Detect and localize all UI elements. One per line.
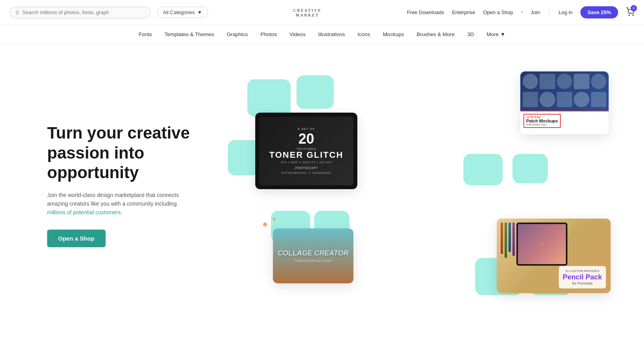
toner-number: 20 [298, 131, 314, 147]
toner-glitch-card[interactable]: A SET OF 20 TEXTURES TONER GLITCH JPG | … [255, 113, 357, 189]
site-logo[interactable]: Creative MARKET [293, 8, 322, 17]
chevron-down-icon: ▼ [500, 31, 505, 37]
search-bar: ⚲ [9, 7, 151, 18]
patch-subtitle: Embroidery Gen... [526, 123, 558, 126]
svg-point-1 [633, 15, 633, 15]
collage-creator-card[interactable]: COLLAGE CREATOR PHOTOSHOP ACTIONS [273, 228, 353, 283]
category-dropdown[interactable]: All Categories ▼ [157, 7, 208, 18]
category-label: All Categories [163, 9, 195, 15]
nav-graphics[interactable]: Graphics [227, 31, 248, 37]
dot-separator: • [521, 9, 523, 15]
decoration-blob-7 [512, 154, 548, 183]
hero-left: Turn your creative passion into opportun… [47, 123, 228, 247]
decoration-blob-2 [296, 75, 334, 109]
search-input[interactable] [22, 9, 109, 15]
search-icon: ⚲ [15, 9, 19, 16]
hero-section: Turn your creative passion into opportun… [0, 44, 644, 319]
toner-title: TONER GLITCH [269, 151, 344, 159]
main-nav: Fonts Templates & Themes Graphics Photos… [0, 25, 644, 44]
pencil-title: Pencil Pack [563, 274, 602, 281]
save-button[interactable]: Save 25% [580, 6, 618, 18]
enterprise-link[interactable]: Enterprise [452, 9, 475, 15]
header-right: Free Downloads Enterprise Open a Shop • … [407, 6, 635, 18]
nav-photos[interactable]: Photos [260, 31, 277, 37]
collage-sub: PHOTOSHOP ACTIONS [295, 259, 331, 262]
nav-templates-themes[interactable]: Templates & Themes [165, 31, 214, 37]
nav-icons[interactable]: Icons [358, 31, 370, 37]
decoration-blob-1 [247, 79, 291, 117]
nav-mockups[interactable]: Mockups [383, 31, 404, 37]
toner-sub: PHOTOCOPY [295, 166, 317, 170]
cart-icon[interactable]: 0 [626, 7, 635, 17]
toner-style: EXPERIMENTAL ✕ HANDMADE [282, 171, 331, 175]
nav-fonts[interactable]: Fonts [139, 31, 152, 37]
nav-brushes-more[interactable]: Brushes & More [417, 31, 455, 37]
collage-title: COLLAGE CREATOR [278, 250, 348, 257]
pencil-pack-card[interactable]: 🎨 31 CUSTOM BRUSHES Pencil Pack for Proc… [497, 219, 611, 293]
hero-link[interactable]: millions of potential customers [47, 209, 121, 215]
nav-videos[interactable]: Videos [289, 31, 306, 37]
free-downloads-link[interactable]: Free Downloads [407, 9, 444, 15]
svg-point-0 [629, 15, 629, 15]
pipe-separator: | [549, 9, 550, 15]
logo-wrap: Creative MARKET [214, 8, 401, 17]
hero-subtitle: Join the world-class design marketplace … [47, 191, 196, 217]
toner-card-inner: A SET OF 20 TEXTURES TONER GLITCH JPG | … [259, 117, 353, 185]
nav-illustrations[interactable]: Illustrations [318, 31, 345, 37]
login-link[interactable]: Log in [559, 9, 573, 15]
pencil-count: 31 CUSTOM BRUSHES [563, 269, 602, 273]
toner-set-text: A SET OF [298, 127, 315, 131]
decoration-blob-6 [463, 154, 503, 185]
hero-right: A SET OF 20 TEXTURES TONER GLITCH JPG | … [228, 67, 613, 303]
decoration-blob-3 [228, 140, 259, 175]
patch-title: Patch Mockups [526, 119, 558, 123]
open-shop-link[interactable]: Open a Shop [483, 9, 513, 15]
orange-dot-1 [263, 223, 267, 226]
nav-3d[interactable]: 3D [467, 31, 474, 37]
open-shop-button[interactable]: Open a Shop [47, 230, 106, 247]
orange-dot-2 [273, 218, 276, 221]
hero-title: Turn your creative passion into opportun… [47, 123, 228, 182]
cart-count: 0 [631, 5, 637, 11]
pencil-for: for Procreate [563, 281, 602, 285]
join-link[interactable]: Join [531, 9, 540, 15]
patch-mockups-card[interactable]: 12 STYLES Patch Mockups Embroidery Gen..… [520, 71, 609, 134]
toner-specs: JPG | 6000 x 4000 PX | 300 DPI [280, 161, 332, 164]
nav-more[interactable]: More ▼ [487, 31, 505, 37]
chevron-down-icon: ▼ [197, 9, 202, 15]
header: ⚲ All Categories ▼ Creative MARKET Free … [0, 0, 644, 25]
